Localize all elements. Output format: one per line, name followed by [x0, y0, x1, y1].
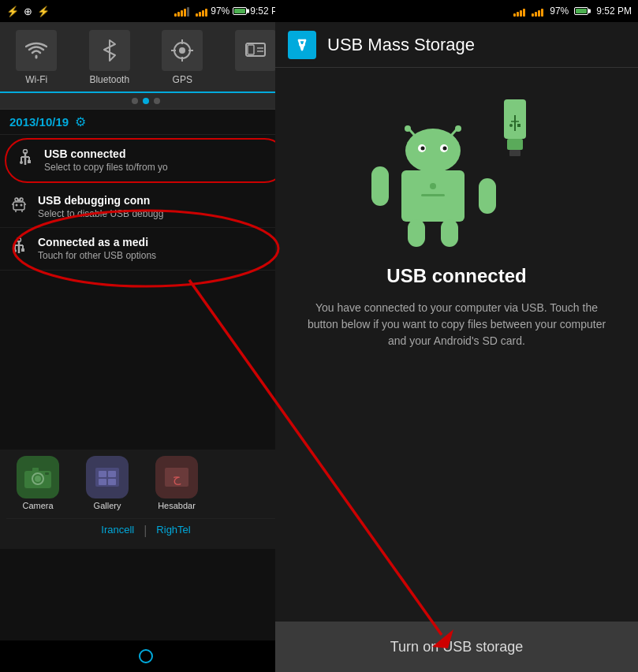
r-signal-bar-3 [520, 10, 522, 17]
svg-rect-15 [28, 160, 31, 163]
notif-debug-content: USB debugging conn Select to disable USB… [38, 194, 282, 219]
right-status-bar: 97% 9:52 PM [275, 0, 638, 22]
svg-point-73 [430, 183, 436, 189]
svg-text:ح: ح [173, 471, 181, 485]
notif-debug-title: USB debugging conn [38, 194, 282, 207]
svg-rect-58 [517, 124, 520, 127]
notif-media-icon [9, 237, 28, 262]
usb-drive-group [504, 99, 526, 156]
notif-usb-debug[interactable]: USB debugging conn Select to disable USB… [0, 186, 292, 228]
quick-settings: Wi-Fi Bluetooth GPS [0, 22, 292, 93]
notif-media-device[interactable]: Connected as a medi Touch for other USB … [0, 228, 292, 271]
right-time: 9:52 PM [596, 6, 632, 17]
usb-description-text: You have connected to your computer via … [299, 300, 614, 349]
turn-on-usb-button[interactable]: Turn on USB storage [275, 622, 638, 672]
svg-rect-17 [13, 202, 24, 210]
svg-point-16 [24, 150, 28, 154]
network-irancell: Irancell [101, 524, 134, 538]
notif-usb-connected[interactable]: USB connected Select to copy files to/fr… [5, 138, 287, 183]
dot-1 [132, 98, 138, 104]
svg-rect-33 [21, 248, 24, 252]
notif-media-content: Connected as a medi Touch for other USB … [38, 236, 282, 261]
svg-rect-44 [108, 479, 116, 485]
svg-rect-41 [99, 471, 106, 477]
home-screen: Camera Gallery [0, 450, 292, 549]
app-gallery[interactable]: Gallery [76, 456, 139, 510]
camera-app-label: Camera [22, 501, 53, 510]
wifi-tile-icon [16, 30, 57, 71]
svg-point-23 [21, 204, 23, 207]
svg-rect-43 [99, 479, 106, 485]
screen-tile-icon [235, 30, 276, 71]
camera-icon [23, 465, 53, 490]
svg-rect-7 [248, 45, 254, 54]
signal-bar-1 [174, 13, 177, 17]
signal-bar-3 [181, 10, 183, 17]
svg-rect-70 [479, 178, 496, 214]
r2-signal-bar-3 [538, 10, 540, 17]
date-bar: 2013/10/19 ⚙ [0, 110, 292, 135]
right-panel: 97% 9:52 PM USB Mass Storage [275, 0, 638, 672]
wifi-label: Wi-Fi [25, 74, 47, 85]
svg-rect-71 [408, 219, 425, 247]
svg-rect-54 [509, 150, 520, 156]
signal-bars-right [513, 6, 525, 17]
bluetooth-icon [100, 39, 119, 62]
hesabdar-app-label: Hesabdar [158, 501, 196, 510]
notif-usb-title: USB connected [44, 147, 276, 160]
gallery-app-icon [86, 456, 129, 498]
gps-label: GPS [173, 74, 192, 85]
page-dots [0, 93, 292, 110]
signal-bar2-2 [199, 12, 201, 17]
bottom-nav [0, 640, 292, 672]
svg-point-67 [443, 147, 447, 151]
svg-point-14 [20, 161, 23, 164]
android-illustration-svg [370, 91, 543, 249]
notif-usb-subtitle: Select to copy files to/from yo [44, 162, 276, 173]
notif-debug-icon [9, 196, 28, 217]
camera-app-icon [17, 456, 59, 498]
network-bar: Irancell | RighTel [6, 518, 285, 543]
screen-icon [244, 42, 267, 59]
usb-storage-header-icon [288, 31, 316, 59]
app-grid: Camera Gallery [6, 456, 285, 510]
left-status-bar: ⚡ ⊕ ⚡ 97% 9:52 PM [0, 0, 292, 22]
dot-2 [143, 98, 149, 104]
usb-mass-storage-header: USB Mass Storage [275, 22, 638, 68]
signal-bars-left-2 [196, 6, 207, 17]
svg-point-1 [179, 47, 185, 54]
usb-icon-2: ⊕ [24, 6, 32, 17]
qs-tile-wifi[interactable]: Wi-Fi [5, 30, 68, 85]
svg-point-62 [455, 125, 461, 132]
bluetooth-label: Bluetooth [89, 74, 129, 85]
app-hesabdar[interactable]: ح Hesabdar [145, 456, 208, 510]
svg-rect-69 [371, 166, 389, 206]
status-bar-left: ⚡ ⊕ ⚡ [6, 6, 50, 17]
svg-point-22 [16, 204, 18, 207]
svg-rect-39 [45, 472, 49, 475]
qs-tile-bluetooth[interactable]: Bluetooth [78, 30, 141, 85]
svg-point-32 [13, 249, 17, 252]
notif-usb-content: USB connected Select to copy files to/fr… [44, 147, 276, 173]
settings-adjust-icon[interactable]: ⚙ [75, 114, 86, 129]
svg-point-66 [421, 147, 425, 151]
svg-rect-42 [108, 471, 116, 477]
gps-icon [171, 39, 193, 62]
usb-icon-3: ⚡ [37, 6, 50, 17]
svg-rect-38 [32, 468, 39, 472]
signal-bars-left [174, 6, 189, 17]
app-camera[interactable]: Camera [6, 456, 69, 510]
gps-tile-icon [162, 30, 203, 71]
signal-bar2-4 [205, 9, 207, 17]
r2-signal-bar-1 [532, 13, 534, 17]
date-display: 2013/10/19 [9, 115, 69, 129]
svg-rect-53 [507, 139, 523, 150]
signal-bars-right-2 [532, 6, 543, 17]
status-bar-right: 97% 9:52 PM [174, 6, 285, 17]
qs-tile-gps[interactable]: GPS [151, 30, 214, 85]
svg-point-34 [17, 238, 21, 242]
notif-usb-icon [16, 149, 35, 174]
usb-header-title: USB Mass Storage [327, 35, 475, 55]
battery-fill-left [234, 9, 245, 13]
home-button[interactable] [139, 649, 153, 663]
